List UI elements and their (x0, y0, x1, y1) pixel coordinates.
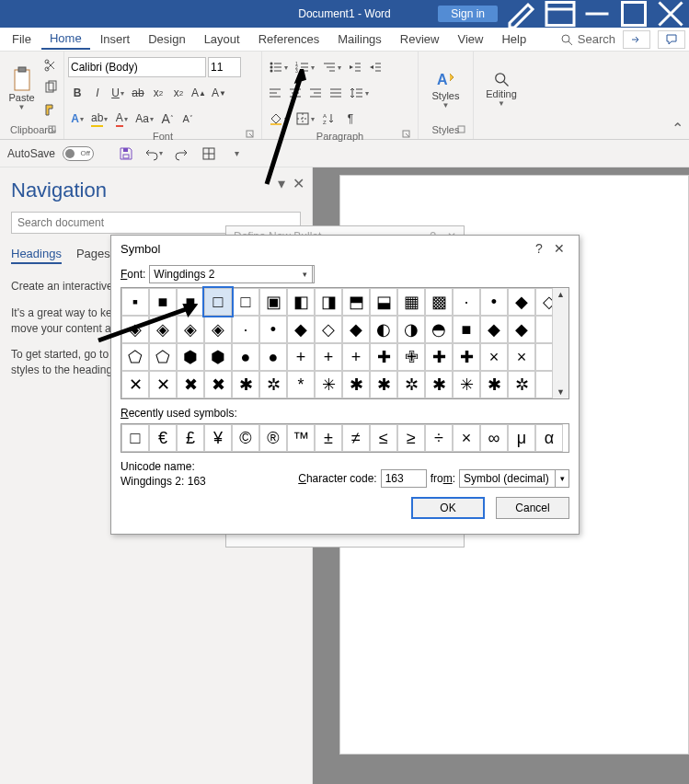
from-combobox-dropdown[interactable]: ▾ (555, 469, 569, 488)
superscript-button[interactable]: x2 (169, 83, 188, 103)
cancel-button[interactable]: Cancel (496, 497, 569, 519)
symbol-cell[interactable]: • (480, 288, 508, 316)
symbol-cell[interactable]: ◑ (397, 316, 425, 343)
menu-home[interactable]: Home (41, 29, 90, 50)
search-box[interactable]: Search (559, 32, 615, 47)
menu-help[interactable]: Help (493, 29, 534, 49)
styles-button[interactable]: A Styles ▼ (428, 64, 465, 113)
symbol-cell[interactable]: ◧ (287, 288, 315, 316)
recent-symbol-cell[interactable]: □ (121, 424, 149, 452)
change-case-button[interactable]: Aa▾ (132, 109, 156, 129)
editing-button[interactable]: Editing ▼ (483, 66, 520, 111)
autosave-toggle[interactable]: Off (63, 146, 94, 161)
symbol-cell[interactable]: ● (259, 343, 287, 371)
menu-insert[interactable]: Insert (92, 29, 139, 49)
save-button[interactable] (116, 144, 136, 164)
symbol-cell[interactable]: + (342, 343, 370, 371)
symbol-cell[interactable]: ◨ (315, 288, 342, 316)
recent-symbol-cell[interactable]: ∞ (480, 424, 508, 452)
recent-symbol-cell[interactable]: ± (315, 424, 342, 452)
symbol-cell[interactable]: ✱ (480, 371, 508, 398)
qat-customize-button[interactable]: ▾ (226, 144, 247, 164)
format-painter-button[interactable] (41, 99, 60, 120)
ribbon-display-icon[interactable] (542, 0, 579, 28)
symbol-cell[interactable]: ✚ (370, 343, 397, 371)
paragraph-dialog-launcher[interactable] (401, 130, 412, 141)
symbol-cell[interactable]: × (480, 343, 508, 371)
redo-button[interactable] (171, 144, 191, 164)
symbol-cell[interactable]: □ (204, 288, 232, 316)
font-combobox-dropdown[interactable]: ▾ (298, 265, 313, 283)
symbol-cell[interactable]: ✲ (397, 371, 425, 398)
symbol-cell[interactable]: ✱ (232, 371, 259, 398)
recent-symbol-cell[interactable]: € (149, 424, 177, 452)
styles-dialog-launcher[interactable] (456, 125, 467, 136)
symbol-cell[interactable]: ✚ (453, 343, 480, 371)
symbol-cell[interactable]: • (259, 316, 287, 343)
shrink-font2-button[interactable]: A˅ (178, 109, 197, 129)
strikethrough-button[interactable]: ab (129, 83, 147, 103)
recent-symbol-cell[interactable]: ™ (287, 424, 315, 452)
symbol-cell[interactable]: ◆ (508, 288, 535, 316)
symbol-cell[interactable]: ✱ (425, 371, 453, 398)
undo-button[interactable]: ▾ (144, 144, 164, 164)
symbol-cell[interactable]: ◆ (287, 316, 315, 343)
text-effects-button[interactable]: A▾ (68, 109, 86, 129)
decrease-indent-button[interactable] (346, 57, 364, 77)
symbol-cell[interactable]: ▣ (259, 288, 287, 316)
symbol-cell[interactable]: ◆ (508, 316, 535, 343)
symbol-cell[interactable]: × (508, 343, 535, 371)
ok-button[interactable]: OK (411, 497, 485, 519)
bold-button[interactable]: B (68, 83, 86, 103)
minimize-icon[interactable] (579, 0, 615, 28)
font-color-button[interactable]: A▾ (112, 109, 131, 129)
comments-button[interactable] (658, 30, 685, 49)
grow-font-button[interactable]: A▲ (189, 83, 208, 103)
font-combobox[interactable] (149, 265, 315, 283)
recent-symbol-cell[interactable]: ÷ (425, 424, 453, 452)
menu-layout[interactable]: Layout (196, 29, 248, 49)
symbol-cell[interactable]: ◆ (342, 316, 370, 343)
from-combobox[interactable] (459, 469, 569, 488)
symbol-cell[interactable]: ■ (453, 316, 480, 343)
font-dialog-launcher[interactable] (245, 130, 256, 141)
line-spacing-button[interactable]: ▾ (347, 83, 372, 103)
recent-symbol-cell[interactable]: α (535, 424, 563, 452)
grow-font2-button[interactable]: A˄ (158, 109, 177, 129)
symbol-cell[interactable]: ✙ (397, 343, 425, 371)
symbol-cell[interactable]: ▦ (397, 288, 425, 316)
recent-symbol-cell[interactable]: μ (508, 424, 535, 452)
symbol-cell[interactable]: ✳ (315, 371, 342, 398)
table-qat-button[interactable] (199, 144, 219, 164)
character-code-input[interactable] (381, 469, 427, 488)
italic-button[interactable]: I (88, 83, 107, 103)
symbol-cell[interactable]: ● (232, 343, 259, 371)
symbol-cell[interactable]: ⬒ (342, 288, 370, 316)
recent-symbol-cell[interactable]: £ (177, 424, 204, 452)
nav-tab-pages[interactable]: Pages (76, 247, 110, 264)
menu-view[interactable]: View (449, 29, 491, 49)
symbol-cell[interactable]: ◆ (480, 316, 508, 343)
scroll-down-icon[interactable]: ▼ (557, 387, 565, 397)
symbol-cell[interactable]: ✱ (342, 371, 370, 398)
menu-file[interactable]: File (4, 29, 40, 49)
symbol-cell[interactable]: · (232, 316, 259, 343)
multilevel-button[interactable]: ▾ (319, 57, 344, 77)
recent-symbol-cell[interactable]: © (232, 424, 259, 452)
share-button[interactable] (623, 30, 650, 49)
sort-button[interactable]: AZ (319, 109, 339, 129)
menu-review[interactable]: Review (392, 29, 448, 49)
recent-symbol-cell[interactable]: ≥ (397, 424, 425, 452)
symbol-cell[interactable]: ✚ (425, 343, 453, 371)
symbol-scrollbar[interactable]: ▲ ▼ (552, 288, 568, 398)
recent-symbol-cell[interactable]: × (453, 424, 480, 452)
symbol-cell[interactable]: + (315, 343, 342, 371)
font-size-select[interactable] (208, 57, 241, 77)
symbol-cell[interactable]: ▩ (425, 288, 453, 316)
symbol-cell[interactable]: * (287, 371, 315, 398)
shrink-font-button[interactable]: A▼ (210, 83, 228, 103)
menu-design[interactable]: Design (140, 29, 193, 49)
copy-button[interactable] (41, 77, 60, 98)
recent-symbol-cell[interactable]: ¥ (204, 424, 232, 452)
show-marks-button[interactable]: ¶ (341, 109, 360, 129)
